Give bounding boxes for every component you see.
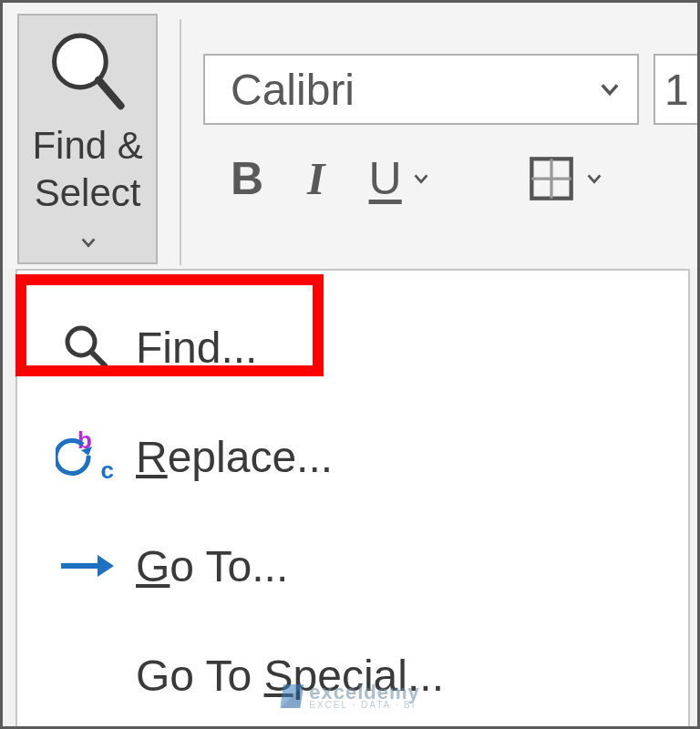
chevron-down-icon: [584, 169, 604, 189]
find-select-button[interactable]: Find & Select: [17, 14, 158, 264]
ribbon-section: Find & Select Calibri 1 B I U: [3, 3, 697, 269]
menu-item-label: Go To Special...: [125, 651, 444, 701]
bold-button[interactable]: B: [231, 152, 263, 205]
font-group: Calibri 1 B I U: [203, 14, 697, 205]
svg-line-1: [98, 80, 120, 106]
borders-icon: [528, 155, 575, 202]
menu-item-label: Go To...: [125, 541, 288, 591]
svg-line-6: [91, 352, 105, 365]
chevron-down-icon: [411, 169, 431, 189]
menu-item-label: Find...: [125, 323, 257, 373]
underline-button[interactable]: U: [369, 152, 431, 205]
svg-marker-9: [98, 555, 114, 577]
italic-button[interactable]: I: [302, 152, 330, 205]
ribbon-divider: [180, 19, 181, 265]
borders-button[interactable]: [528, 155, 604, 202]
chevron-down-icon: [78, 232, 98, 252]
menu-item-label: Replace...: [125, 432, 333, 482]
font-name-value: Calibri: [231, 65, 355, 115]
find-select-dropdown: Find... b c Replace... Go To... Go To Sp: [15, 269, 690, 729]
chevron-down-icon: [597, 77, 623, 102]
find-select-label: Find & Select: [19, 122, 156, 262]
font-size-select[interactable]: 1: [654, 54, 697, 125]
search-icon: [37, 26, 138, 118]
svg-marker-7: [81, 447, 92, 456]
replace-icon: b c: [57, 432, 116, 481]
menu-item-replace[interactable]: b c Replace...: [17, 402, 688, 511]
arrow-right-icon: [57, 548, 116, 584]
search-icon: [61, 322, 112, 373]
menu-item-goto-special[interactable]: Go To Special...: [17, 621, 688, 729]
menu-item-goto[interactable]: Go To...: [17, 511, 688, 621]
font-name-select[interactable]: Calibri: [203, 54, 639, 125]
menu-item-find[interactable]: Find...: [17, 293, 688, 402]
